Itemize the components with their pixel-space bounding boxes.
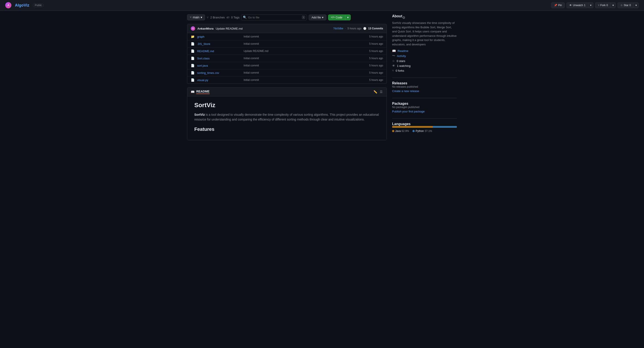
readme-book-icon: 📖 [191,90,194,94]
about-title: About [392,14,402,18]
file-icon: 📄 [191,78,194,82]
readme-section: 📖 README ✏️ ☰ SortViz SortViz is a tool … [187,87,387,140]
readme-title: README [196,90,210,94]
python-percentage: 37.1% [425,130,432,133]
file-name[interactable]: sorting_times.csv [197,71,241,75]
toc-readme-button[interactable]: ☰ [380,90,383,94]
branch-selector[interactable]: ⑂ main ▾ [187,14,205,20]
packages-title: Packages [392,102,408,105]
fork-icon: ⑂ [598,4,600,7]
file-name[interactable]: sort.java [197,64,241,67]
code-dropdown-button[interactable]: ▾ [345,15,351,20]
file-name[interactable]: visual.py [197,79,241,82]
commit-separator: · [345,27,346,30]
file-table: 📁graphInitial commit5 hours ago📄.DS_Stor… [187,33,387,84]
file-commit-message: Initial commit [244,79,367,82]
readme-intro-text: is a tool designed to visually demonstra… [194,113,379,121]
table-row: 📄README.mdUpdate README.md5 hours ago [187,48,386,55]
languages-title: Languages [392,122,410,126]
code-button-group: </> Code ▾ [328,15,351,20]
table-row: 📄.DS_StoreInitial commit5 hours ago [187,40,386,48]
add-file-button[interactable]: Add file ▾ [309,15,326,20]
commit-time: 5 hours ago [348,27,362,30]
releases-section: Releases No releases published Create a … [392,81,457,93]
search-kbd: t [302,16,305,19]
branches-link[interactable]: 2 Branches [210,16,225,19]
table-row: 📁graphInitial commit5 hours ago [187,33,386,40]
fork-button[interactable]: ⑂ Fork 0 [595,3,611,8]
commit-bar: A AnkanMisra Update README.md 7dc0dbe · … [187,24,387,33]
no-packages-text: No packages published [392,106,457,109]
commit-author[interactable]: AnkanMisra [197,27,214,30]
unwatch-group: 👁 Unwatch 1 ▾ [566,3,593,8]
branch-chevron-icon: ▾ [201,16,202,19]
search-icon: 🔍 [243,16,247,19]
activity-link[interactable]: Activity [397,54,406,58]
left-column: ⑂ main ▾ ⑂ 2 Branches 🏷 0 Tags 🔍 t Add f… [187,14,387,140]
readme-header: 📖 README ✏️ ☰ [187,88,386,96]
file-icon: 📄 [191,49,194,53]
java-dot [392,130,394,132]
file-time: 5 hours ago [369,42,383,45]
fork-group: ⑂ Fork 0 ▾ [595,3,616,8]
java-label: Java [395,130,401,133]
edit-readme-button[interactable]: ✏️ [373,90,378,94]
file-name[interactable]: Sort.class [197,57,241,60]
code-button[interactable]: </> Code [328,15,345,20]
commits-count[interactable]: 13 Commits [368,27,383,30]
about-description: SortViz visually showcases the time comp… [392,21,457,47]
fork-dropdown[interactable]: ▾ [610,3,616,8]
star-dropdown[interactable]: ▾ [634,3,639,8]
activity-icon: 〜 [392,54,395,58]
language-list: Java 62.9% Python 37.1% [392,130,457,133]
top-bar-actions: 📌 Pin 👁 Unwatch 1 ▾ ⑂ Fork 0 ▾ ☆ Sta [551,3,639,8]
goto-file-search: 🔍 t [241,15,307,20]
stars-count: 0 stars [397,59,405,63]
file-time: 5 hours ago [369,79,383,82]
file-toolbar: ⑂ main ▾ ⑂ 2 Branches 🏷 0 Tags 🔍 t Add f… [187,14,387,20]
commit-hash[interactable]: 7dc0dbe [333,27,343,30]
add-file-chevron-icon: ▾ [322,16,324,19]
settings-gear-icon[interactable]: ⚙ [402,16,405,20]
file-time: 5 hours ago [369,71,383,74]
pin-button[interactable]: 📌 Pin [551,3,565,8]
readme-intro-bold: SortViz [194,113,205,116]
top-bar: A AlgoViz Public 📌 Pin 👁 Unwatch 1 ▾ ⑂ F… [0,0,644,11]
java-bar-segment [392,126,433,128]
file-icon: 📄 [191,57,194,60]
file-name[interactable]: README.md [197,50,241,53]
language-bar [392,126,457,128]
star-button[interactable]: ☆ Star 0 [618,3,634,8]
tag-icon: 🏷 [226,16,229,19]
create-release-link[interactable]: Create a new release [392,89,419,93]
readme-link[interactable]: Readme [398,49,408,53]
commit-author-avatar: A [191,26,195,31]
visibility-badge: Public [33,3,44,7]
book-icon: 📖 [392,49,396,53]
eye-icon: 👁 [569,4,572,7]
branches-meta: ⑂ 2 Branches [207,16,225,19]
tags-link[interactable]: 0 Tags [231,16,240,19]
file-commit-message: Initial commit [244,35,367,38]
search-input[interactable] [241,15,307,20]
watching-icon: 👁 [392,64,395,68]
python-language-item: Python 37.1% [412,130,432,133]
table-row: 📄sort.javaInitial commit5 hours ago [187,62,386,69]
star-group: ☆ Star 0 ▾ [618,3,639,8]
branches-icon: ⑂ [207,16,208,19]
commit-message[interactable]: Update README.md [216,27,243,30]
stars-icon: ☆ [392,59,395,63]
unwatch-dropdown[interactable]: ▾ [588,3,594,8]
file-name[interactable]: graph [197,35,241,38]
file-time: 5 hours ago [369,35,383,38]
publish-package-link[interactable]: Publish your first package [392,110,425,113]
unwatch-button[interactable]: 👁 Unwatch 1 [566,3,588,8]
forks-count: 0 forks [396,69,404,72]
repo-name[interactable]: AlgoViz [15,3,29,8]
file-name[interactable]: .DS_Store [197,42,241,46]
main-layout: ⑂ main ▾ ⑂ 2 Branches 🏷 0 Tags 🔍 t Add f… [182,11,462,144]
commit-clock-icon: 🕐 [363,27,366,30]
file-time: 5 hours ago [369,57,383,60]
commit-meta: 7dc0dbe · 5 hours ago 🕐 13 Commits [333,27,383,30]
file-time: 5 hours ago [369,50,383,53]
